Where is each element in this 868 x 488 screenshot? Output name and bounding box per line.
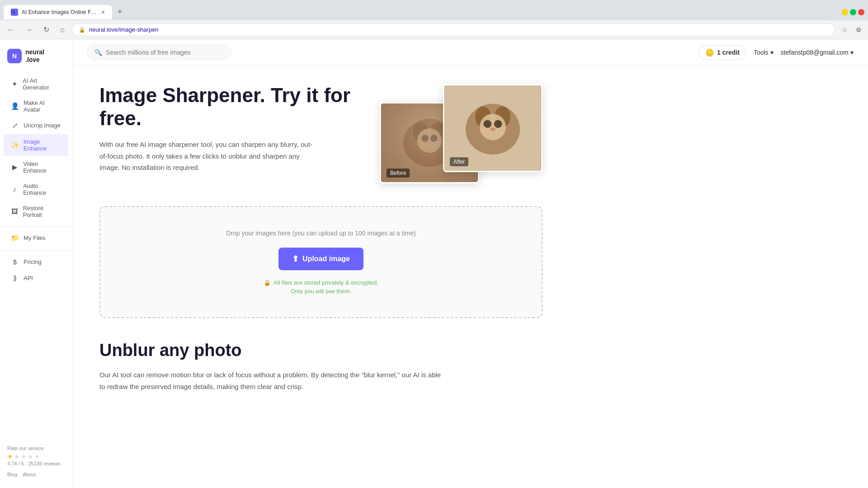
maximize-button[interactable]	[850, 9, 856, 15]
sidebar-item-audio-enhance[interactable]: ♪ Audio Enhance	[4, 178, 68, 200]
close-button[interactable]	[858, 9, 864, 15]
nav-divider-1	[0, 226, 72, 226]
tab-bar: N AI Enhance Images Online For F... × +	[0, 0, 868, 20]
audio-icon: ♪	[11, 185, 19, 193]
svg-point-6	[430, 135, 437, 142]
address-bar-row: ← → ↻ ⌂ 🔒 ☆ ⚙	[0, 20, 868, 39]
footer-links: Blog About	[7, 472, 65, 477]
avatar-icon: 👤	[11, 102, 19, 110]
search-input[interactable]	[106, 49, 224, 56]
new-tab-button[interactable]: +	[114, 4, 126, 20]
video-icon: ▶	[11, 163, 19, 171]
user-menu-button[interactable]: stefanstp08@gmail.com ▾	[781, 49, 854, 56]
tab-favicon: N	[11, 9, 18, 16]
tools-button[interactable]: Tools ▾	[754, 49, 774, 56]
rate-label: Rate our service:	[7, 446, 65, 451]
upload-button[interactable]: ⬆ Upload image	[278, 248, 363, 270]
svg-point-14	[490, 127, 495, 131]
star-rating[interactable]: ★ ★ ★ ★ ★	[7, 453, 65, 460]
extensions-button[interactable]: ⚙	[853, 24, 864, 35]
sidebar-item-video-enhance[interactable]: ▶ Video Enhance	[4, 156, 68, 178]
files-icon: 📁	[11, 234, 19, 242]
bookmark-button[interactable]: ☆	[839, 24, 850, 35]
tools-label: Tools	[754, 49, 769, 56]
svg-point-12	[484, 120, 491, 128]
tab-close-button[interactable]: ×	[101, 9, 105, 16]
sidebar-item-image-enhance[interactable]: ✨ Image Enhance	[4, 134, 68, 156]
sidebar: N neural .love ✦ AI Art Generator 👤 Make…	[0, 39, 72, 488]
svg-point-4	[417, 128, 442, 153]
after-label: After	[450, 157, 468, 166]
credit-label: 1 credit	[717, 49, 740, 56]
address-bar[interactable]: 🔒	[72, 23, 835, 36]
hero-text: Image Sharpener. Try it for free. With o…	[99, 84, 362, 174]
active-tab[interactable]: N AI Enhance Images Online For F... ×	[4, 5, 112, 19]
search-icon: 🔍	[94, 49, 102, 56]
sidebar-label-avatar: Make AI Avatar	[24, 99, 61, 113]
sidebar-item-ai-art-generator[interactable]: ✦ AI Art Generator	[4, 73, 68, 95]
lock-icon: 🔒	[264, 279, 271, 286]
reload-button[interactable]: ↻	[40, 23, 53, 36]
sidebar-label-enhance: Image Enhance	[24, 138, 61, 152]
sidebar-item-restore-portrait[interactable]: 🖼 Restore Portrait	[4, 201, 68, 222]
privacy-note: 🔒 All files are stored privately & encry…	[114, 279, 528, 295]
sidebar-item-make-ai-avatar[interactable]: 👤 Make AI Avatar	[4, 95, 68, 117]
hero-title: Image Sharpener. Try it for free.	[99, 84, 362, 130]
sidebar-item-my-files[interactable]: 📁 My Files	[4, 230, 68, 246]
pricing-icon: $	[11, 258, 19, 266]
logo-text: neural .love	[25, 48, 44, 64]
after-image: After	[443, 84, 542, 172]
hero-section: Image Sharpener. Try it for free. With o…	[99, 84, 542, 183]
blog-link[interactable]: Blog	[7, 472, 17, 477]
sidebar-label-audio: Audio Enhance	[23, 183, 61, 196]
upload-area[interactable]: Drop your images here (you can upload up…	[99, 206, 542, 318]
portrait-icon: 🖼	[11, 207, 19, 215]
sidebar-item-uncrop-image[interactable]: ⤢ Uncrop Image	[4, 117, 68, 134]
forward-button[interactable]: →	[22, 24, 36, 36]
ai-art-icon: ✦	[11, 80, 18, 88]
before-label: Before	[387, 169, 410, 178]
page-content: Image Sharpener. Try it for free. With o…	[72, 66, 570, 419]
minimize-button[interactable]	[842, 9, 848, 15]
before-after-container: Before	[380, 84, 542, 183]
credit-icon: 🪙	[705, 48, 714, 57]
privacy-line-1: 🔒 All files are stored privately & encry…	[114, 279, 528, 286]
top-nav-right: 🪙 1 credit Tools ▾ stefanstp08@gmail.com…	[698, 45, 854, 60]
home-button[interactable]: ⌂	[57, 24, 68, 36]
about-link[interactable]: About	[23, 472, 36, 477]
sidebar-label-ai-art: AI Art Generator	[23, 77, 61, 91]
logo-icon: N	[7, 49, 22, 63]
app: N neural .love ✦ AI Art Generator 👤 Make…	[0, 39, 868, 488]
unblur-section: Unblur any photo Our AI tool can remove …	[99, 341, 542, 392]
url-input[interactable]	[89, 26, 829, 33]
sidebar-label-files: My Files	[24, 235, 45, 241]
top-nav: 🔍 🪙 1 credit Tools ▾ stefanstp08@gmail.c…	[72, 39, 868, 66]
api-icon: ⟫	[11, 274, 19, 282]
main-content: 🔍 🪙 1 credit Tools ▾ stefanstp08@gmail.c…	[72, 39, 868, 488]
browser-actions: ☆ ⚙	[839, 24, 864, 35]
nav-divider-2	[0, 250, 72, 250]
browser-chrome: N AI Enhance Images Online For F... × + …	[0, 0, 868, 39]
sidebar-item-pricing[interactable]: $ Pricing	[4, 254, 68, 270]
sidebar-label-portrait: Restore Portrait	[23, 205, 61, 218]
sidebar-label-api: API	[24, 275, 33, 282]
uncrop-icon: ⤢	[11, 122, 19, 130]
user-email: stefanstp08@gmail.com	[781, 49, 849, 56]
back-button[interactable]: ←	[4, 24, 18, 36]
sidebar-label-uncrop: Uncrop Image	[24, 122, 61, 129]
lock-icon: 🔒	[79, 27, 85, 33]
user-chevron-icon: ▾	[850, 49, 854, 56]
logo[interactable]: N neural .love	[0, 45, 72, 73]
upload-icon: ⬆	[292, 254, 299, 264]
star-5: ★	[34, 453, 40, 460]
search-bar-container[interactable]: 🔍	[87, 45, 231, 60]
star-1: ★	[7, 453, 13, 460]
svg-point-11	[480, 114, 506, 140]
sidebar-item-api[interactable]: ⟫ API	[4, 270, 68, 286]
star-3: ★	[21, 453, 27, 460]
star-4: ★	[28, 453, 33, 460]
review-count: 4.74 / 5 - 25236 reviews	[7, 461, 65, 466]
upload-button-label: Upload image	[302, 255, 350, 263]
credit-badge[interactable]: 🪙 1 credit	[698, 45, 746, 60]
star-2: ★	[14, 453, 20, 460]
